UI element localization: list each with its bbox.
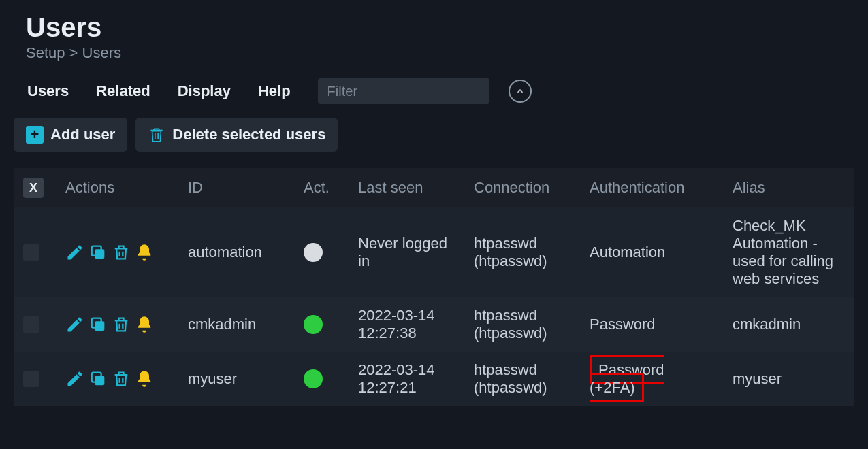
cell-act <box>295 207 350 297</box>
chevron-up-icon <box>515 86 525 96</box>
breadcrumb: Setup > Users <box>26 44 854 62</box>
cell-id: cmkadmin <box>180 297 295 352</box>
table-row: automationNever logged inhtpasswd (htpas… <box>14 207 854 297</box>
row-actions <box>65 369 172 388</box>
row-checkbox[interactable] <box>23 244 39 261</box>
row-checkbox[interactable] <box>23 316 39 333</box>
cell-act <box>295 352 350 406</box>
header-connection: Connection <box>466 168 581 207</box>
row-checkbox[interactable] <box>23 371 39 387</box>
header-authentication: Authentication <box>581 168 724 207</box>
header-actions: Actions <box>57 168 180 207</box>
delete-icon[interactable] <box>112 369 131 388</box>
cell-alias: Check_MK Automation - used for calling w… <box>724 207 854 297</box>
page-title: Users <box>26 12 854 43</box>
cell-last-seen: 2022-03-14 12:27:21 <box>350 352 466 406</box>
status-dot <box>304 243 323 262</box>
menu-related[interactable]: Related <box>82 77 163 105</box>
bell-icon[interactable] <box>135 243 154 262</box>
trash-icon <box>148 126 165 144</box>
header-id: ID <box>180 168 295 207</box>
menu-display[interactable]: Display <box>164 77 244 105</box>
filter-box <box>318 78 489 104</box>
users-table: X Actions ID Act. Last seen Connection A… <box>14 168 854 406</box>
status-dot <box>304 369 323 388</box>
cell-connection: htpasswd (htpasswd) <box>466 297 581 352</box>
edit-icon[interactable] <box>65 315 84 334</box>
cell-alias: myuser <box>724 352 854 406</box>
add-user-button[interactable]: + Add user <box>14 118 127 152</box>
edit-icon[interactable] <box>65 369 84 388</box>
svg-rect-11 <box>95 321 104 331</box>
action-bar: + Add user Delete selected users <box>14 118 854 152</box>
cell-last-seen: 2022-03-14 12:27:38 <box>350 297 466 352</box>
add-user-label: Add user <box>50 126 115 144</box>
header-alias: Alias <box>724 168 854 207</box>
bell-icon[interactable] <box>135 315 154 334</box>
menubar: Users Related Display Help <box>14 77 854 105</box>
cell-id: automation <box>180 207 295 297</box>
menu-users[interactable]: Users <box>14 77 82 105</box>
svg-rect-16 <box>95 376 104 385</box>
plus-icon: + <box>26 126 44 144</box>
header-last-seen: Last seen <box>350 168 466 207</box>
select-all-checkbox[interactable]: X <box>23 178 44 198</box>
cell-authentication: Automation <box>581 207 724 297</box>
table-row: myuser2022-03-14 12:27:21htpasswd (htpas… <box>14 352 854 406</box>
copy-icon[interactable] <box>89 315 108 334</box>
bell-icon[interactable] <box>135 369 154 388</box>
copy-icon[interactable] <box>89 243 108 262</box>
cell-id: myuser <box>180 352 295 406</box>
menu-help[interactable]: Help <box>244 77 304 105</box>
cell-act <box>295 297 350 352</box>
cell-authentication: Password <box>581 297 724 352</box>
delete-icon[interactable] <box>112 315 131 334</box>
row-actions <box>65 315 172 334</box>
delete-users-label: Delete selected users <box>172 126 325 144</box>
row-actions <box>65 243 172 262</box>
svg-rect-6 <box>95 249 104 259</box>
cell-connection: htpasswd (htpasswd) <box>466 352 581 406</box>
header-act: Act. <box>295 168 350 207</box>
edit-icon[interactable] <box>65 243 84 262</box>
delete-users-button[interactable]: Delete selected users <box>135 118 338 152</box>
copy-icon[interactable] <box>89 369 108 388</box>
cell-authentication: Password (+2FA) <box>581 352 724 406</box>
authentication-highlight: Password (+2FA) <box>590 355 664 402</box>
collapse-button[interactable] <box>509 80 532 103</box>
delete-icon[interactable] <box>112 243 131 262</box>
cell-connection: htpasswd (htpasswd) <box>466 207 581 297</box>
status-dot <box>304 315 323 334</box>
cell-alias: cmkadmin <box>724 297 854 352</box>
cell-last-seen: Never logged in <box>350 207 466 297</box>
filter-input[interactable] <box>327 84 500 99</box>
table-row: cmkadmin2022-03-14 12:27:38htpasswd (htp… <box>14 297 854 352</box>
